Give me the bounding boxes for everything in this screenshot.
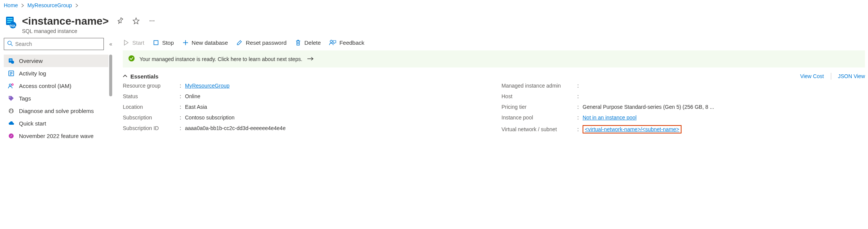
sidebar-item-label: Activity log bbox=[19, 70, 46, 77]
ess-label-subscription: Subscription bbox=[123, 114, 180, 121]
ess-value-vnet[interactable]: <virtual-network-name>/<subnet-name> bbox=[585, 126, 679, 132]
essentials-grid: Resource group : MyResourceGroup Status … bbox=[123, 83, 865, 133]
svg-point-21 bbox=[9, 97, 10, 98]
breadcrumb-home[interactable]: Home bbox=[4, 2, 18, 8]
page-title: <instance-name> bbox=[22, 15, 109, 27]
sidebar-item-activity-log[interactable]: Activity log bbox=[4, 67, 108, 80]
svg-rect-24 bbox=[154, 41, 158, 45]
alert-text: Your managed instance is ready. Click he… bbox=[139, 56, 302, 62]
svg-line-10 bbox=[11, 44, 13, 46]
success-icon bbox=[128, 55, 135, 63]
play-icon bbox=[123, 39, 129, 46]
highlight-box: <virtual-network-name>/<subnet-name> bbox=[583, 125, 682, 133]
ready-alert[interactable]: Your managed instance is ready. Click he… bbox=[123, 50, 865, 67]
svg-point-19 bbox=[9, 84, 11, 86]
ess-value-resource-group[interactable]: MyResourceGroup bbox=[185, 83, 230, 89]
toolbar-label: Stop bbox=[162, 39, 174, 46]
ess-label-host: Host bbox=[501, 93, 577, 99]
new-database-button[interactable]: New database bbox=[182, 39, 228, 46]
ess-value-pool[interactable]: Not in an instance pool bbox=[583, 114, 636, 121]
scrollbar-thumb[interactable] bbox=[109, 55, 112, 96]
ess-label-resource-group: Resource group bbox=[123, 83, 180, 89]
sidebar-item-quick-start[interactable]: Quick start bbox=[4, 117, 108, 130]
chevron-right-icon bbox=[21, 2, 24, 8]
reset-password-button[interactable]: Reset password bbox=[236, 39, 287, 46]
ess-label-vnet: Virtual network / subnet bbox=[501, 126, 577, 132]
toolbar-label: New database bbox=[192, 39, 228, 46]
ess-value-status: Online bbox=[185, 93, 200, 99]
search-input[interactable] bbox=[15, 41, 100, 47]
sidebar-scrollbar[interactable] bbox=[109, 55, 112, 153]
sql-managed-instance-icon: SQL bbox=[4, 15, 17, 29]
ess-value-subscription-id: aaaa0a0a-bb1b-cc2c-dd3d-eeeeee4e4e4e bbox=[185, 125, 285, 131]
ess-label-pricing: Pricing tier bbox=[501, 104, 577, 110]
breadcrumb: Home MyResourceGroup bbox=[0, 0, 868, 11]
divider bbox=[831, 73, 831, 80]
essentials-title: Essentials bbox=[130, 73, 158, 80]
feedback-icon bbox=[329, 39, 336, 46]
view-cost-link[interactable]: View Cost bbox=[800, 73, 824, 79]
resource-header: SQL <instance-name> SQL managed instance bbox=[0, 11, 868, 38]
ess-value-pricing: General Purpose Standard-series (Gen 5) … bbox=[583, 104, 714, 110]
sidebar-item-label: Diagnose and solve problems bbox=[19, 108, 94, 114]
ess-value-location: East Asia bbox=[185, 104, 207, 110]
ess-value-subscription: Contoso subscription bbox=[185, 114, 235, 121]
compass-icon bbox=[8, 133, 14, 139]
svg-rect-12 bbox=[9, 59, 12, 60]
sidebar-item-label: Tags bbox=[19, 95, 31, 102]
sql-instance-icon bbox=[8, 58, 14, 64]
ess-label-status: Status bbox=[123, 93, 180, 99]
trash-icon bbox=[295, 39, 301, 46]
chevron-up-icon bbox=[123, 73, 127, 80]
resource-type-subtitle: SQL managed instance bbox=[22, 28, 157, 34]
svg-text:SQL: SQL bbox=[10, 24, 16, 27]
plus-icon bbox=[182, 39, 189, 46]
tag-icon bbox=[8, 95, 14, 102]
toolbar-label: Reset password bbox=[246, 39, 287, 46]
start-button[interactable]: Start bbox=[123, 39, 144, 46]
more-icon[interactable] bbox=[147, 16, 157, 27]
pencil-icon bbox=[236, 39, 243, 46]
ess-label-location: Location bbox=[123, 104, 180, 110]
toolbar-label: Start bbox=[132, 39, 144, 46]
svg-point-28 bbox=[128, 55, 135, 61]
ess-label-admin: Managed instance admin bbox=[501, 83, 577, 89]
svg-point-7 bbox=[151, 20, 152, 21]
sidebar-item-feature-wave[interactable]: November 2022 feature wave bbox=[4, 130, 108, 142]
ess-label-pool: Instance pool bbox=[501, 114, 577, 121]
toolbar-label: Feedback bbox=[339, 39, 364, 46]
sidebar-search-box[interactable] bbox=[4, 38, 104, 50]
arrow-right-icon bbox=[307, 56, 314, 62]
sidebar-item-label: November 2022 feature wave bbox=[19, 133, 94, 139]
sidebar-item-label: Access control (IAM) bbox=[19, 83, 71, 89]
ess-label-subscription-id: Subscription ID bbox=[123, 125, 180, 131]
collapse-sidebar-button[interactable]: « bbox=[109, 41, 112, 47]
chevron-right-icon bbox=[75, 2, 78, 8]
diagnose-icon bbox=[8, 108, 14, 114]
toolbar-label: Delete bbox=[304, 39, 321, 46]
essentials-toggle[interactable]: Essentials bbox=[123, 73, 158, 80]
star-icon[interactable] bbox=[132, 16, 141, 27]
stop-button[interactable]: Stop bbox=[153, 39, 174, 46]
breadcrumb-group[interactable]: MyResourceGroup bbox=[27, 2, 72, 8]
json-view-link[interactable]: JSON View bbox=[838, 73, 865, 79]
sidebar-item-access-control[interactable]: Access control (IAM) bbox=[4, 80, 108, 92]
svg-rect-13 bbox=[9, 60, 12, 61]
cloud-icon bbox=[8, 120, 14, 127]
sidebar-item-diagnose[interactable]: Diagnose and solve problems bbox=[4, 105, 108, 117]
sidebar-item-label: Overview bbox=[19, 58, 43, 64]
sidebar-item-tags[interactable]: Tags bbox=[4, 92, 108, 105]
delete-button[interactable]: Delete bbox=[295, 39, 321, 46]
people-icon bbox=[8, 83, 14, 89]
svg-rect-1 bbox=[7, 18, 13, 19]
pin-icon[interactable] bbox=[116, 16, 125, 27]
svg-point-14 bbox=[11, 61, 14, 64]
sidebar-item-label: Quick start bbox=[19, 120, 46, 127]
command-bar: Start Stop New database Reset password bbox=[123, 38, 865, 50]
svg-point-9 bbox=[8, 41, 11, 44]
svg-rect-2 bbox=[7, 20, 13, 21]
sidebar-item-overview[interactable]: Overview bbox=[4, 55, 108, 67]
svg-point-8 bbox=[153, 20, 154, 21]
stop-icon bbox=[153, 39, 159, 46]
feedback-button[interactable]: Feedback bbox=[329, 39, 364, 46]
